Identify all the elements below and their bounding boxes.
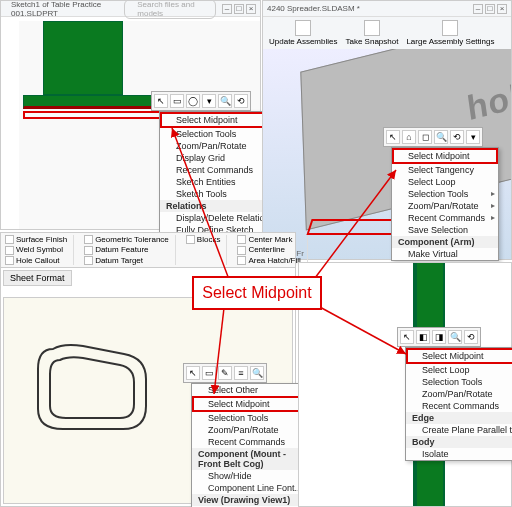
menu-zoom-pan-rotate[interactable]: Zoom/Pan/Rotate	[392, 200, 498, 212]
close-button[interactable]: ×	[246, 4, 256, 14]
area-hatch-button[interactable]: Area Hatch/Fill	[237, 256, 300, 265]
menu-show-hide[interactable]: Show/Hide	[192, 470, 314, 482]
ribbon-group-center: Center Mark Centerline Area Hatch/Fill	[237, 235, 307, 265]
context-menu: Select Other Select Midpoint Selection T…	[191, 383, 315, 507]
menu-section-view: View (Drawing View1)	[192, 494, 314, 506]
box-select-icon[interactable]: ▭	[170, 94, 184, 108]
centerline-button[interactable]: Centerline	[237, 245, 300, 254]
cube-icon[interactable]: ◧	[416, 330, 430, 344]
panel-sketch: Sketch1 of Table Practice 001.SLDPRT Sea…	[0, 0, 261, 230]
update-assemblies-button[interactable]: Update Assemblies	[267, 19, 339, 47]
cursor-icon[interactable]: ↖	[186, 366, 200, 380]
window-buttons: – □ ×	[473, 4, 507, 14]
menu-select-loop[interactable]: Select Loop	[392, 176, 498, 188]
surface-finish-icon	[5, 235, 14, 244]
box-icon[interactable]: ▭	[202, 366, 216, 380]
part-column	[43, 21, 123, 95]
menu-select-midpoint[interactable]: Select Midpoint	[192, 396, 314, 412]
lasso-icon[interactable]: ◯	[186, 94, 200, 108]
filter-icon[interactable]: ▾	[202, 94, 216, 108]
more-icon[interactable]: ▾	[466, 130, 480, 144]
search-box[interactable]: Search files and models	[124, 0, 216, 19]
menu-recent-commands[interactable]: Recent Commands	[192, 436, 314, 448]
zoom-icon[interactable]: 🔍	[448, 330, 462, 344]
orbit-icon[interactable]: ⟲	[464, 330, 478, 344]
menu-selection-tools[interactable]: Selection Tools	[406, 376, 512, 388]
menu-zoom-pan-rotate[interactable]: Zoom/Pan/Rotate	[406, 388, 512, 400]
menu-select-tangency[interactable]: Select Tangency	[392, 164, 498, 176]
take-snapshot-button[interactable]: Take Snapshot	[343, 19, 400, 47]
label: Area Hatch/Fill	[248, 256, 300, 265]
layer-icon[interactable]: ≡	[234, 366, 248, 380]
zoom-icon[interactable]: 🔍	[218, 94, 232, 108]
minimize-button[interactable]: –	[222, 4, 232, 14]
callout-label: Select Midpoint	[192, 276, 322, 310]
iso-icon[interactable]: ◨	[432, 330, 446, 344]
titlebar: Sketch1 of Table Practice 001.SLDPRT Sea…	[1, 1, 260, 17]
maximize-button[interactable]: □	[485, 4, 495, 14]
menu-recent-commands[interactable]: Recent Commands	[392, 212, 498, 224]
maximize-button[interactable]: □	[234, 4, 244, 14]
menu-select-loop[interactable]: Select Loop	[406, 364, 512, 376]
minimize-button[interactable]: –	[473, 4, 483, 14]
ribbon-group-datum: Geometric Tolerance Datum Feature Datum …	[84, 235, 176, 265]
cursor-icon[interactable]: ↖	[400, 330, 414, 344]
menu-section-edge: Edge	[406, 412, 512, 424]
datum-target-button[interactable]: Datum Target	[84, 256, 169, 265]
blocks-icon	[186, 235, 195, 244]
titlebar: 4240 Spreader.SLDASM * – □ ×	[263, 1, 511, 17]
ribbon-group-blocks: Blocks	[186, 235, 228, 265]
menu-selection-tools[interactable]: Selection Tools	[192, 412, 314, 424]
label: Geometric Tolerance	[95, 235, 169, 244]
mate-icon[interactable]: ⌂	[402, 130, 416, 144]
context-menu: Select Midpoint Select Loop Selection To…	[405, 347, 512, 461]
drawing-view	[28, 334, 158, 444]
orbit-icon[interactable]: ⟲	[450, 130, 464, 144]
menu-selection-tools[interactable]: Selection Tools	[392, 188, 498, 200]
label: Take Snapshot	[345, 37, 398, 46]
tolerance-icon	[84, 235, 93, 244]
menu-section-body: Body	[406, 436, 512, 448]
blocks-button[interactable]: Blocks	[186, 235, 221, 244]
menu-select-midpoint[interactable]: Select Midpoint	[392, 148, 498, 164]
zoom-icon[interactable]: 🔍	[250, 366, 264, 380]
weld-symbol-button[interactable]: Weld Symbol	[5, 245, 67, 254]
doc-title: Sketch1 of Table Practice 001.SLDPRT	[11, 0, 118, 18]
paint-icon[interactable]: ✎	[218, 366, 232, 380]
context-icon-toolbar: ↖ ⌂ ◻ 🔍 ⟲ ▾	[383, 127, 483, 147]
menu-make-virtual[interactable]: Make Virtual	[392, 248, 498, 260]
menu-component-line-font[interactable]: Component Line Font...	[192, 482, 314, 494]
label: Datum Target	[95, 256, 143, 265]
label: Datum Feature	[95, 245, 148, 254]
label: Surface Finish	[16, 235, 67, 244]
close-button[interactable]: ×	[497, 4, 507, 14]
cursor-icon[interactable]: ↖	[386, 130, 400, 144]
menu-select-other[interactable]: Select Other	[192, 384, 314, 396]
tab-sheet-format[interactable]: Sheet Format	[3, 270, 72, 286]
surface-finish-button[interactable]: Surface Finish	[5, 235, 67, 244]
menu-isolate[interactable]: Isolate	[406, 448, 512, 460]
orbit-icon[interactable]: ⟲	[234, 94, 248, 108]
label: Large Assembly Settings	[406, 37, 494, 46]
center-mark-button[interactable]: Center Mark	[237, 235, 300, 244]
doc-title: 4240 Spreader.SLDASM *	[267, 4, 360, 13]
geo-tolerance-button[interactable]: Geometric Tolerance	[84, 235, 169, 244]
weld-icon	[5, 246, 14, 255]
hole-callout-button[interactable]: Hole Callout	[5, 256, 67, 265]
zoom-icon[interactable]: 🔍	[434, 130, 448, 144]
menu-select-midpoint[interactable]: Select Midpoint	[406, 348, 512, 364]
menu-create-plane[interactable]: Create Plane Parallel to Screen	[406, 424, 512, 436]
ribbon-group-annotations: Surface Finish Weld Symbol Hole Callout	[5, 235, 74, 265]
hatch-icon	[237, 256, 246, 265]
ribbon: Surface Finish Weld Symbol Hole Callout …	[1, 233, 295, 268]
hide-icon[interactable]: ◻	[418, 130, 432, 144]
menu-section-component: Component (Mount - Front Belt Cog)	[192, 448, 314, 470]
cursor-icon[interactable]: ↖	[154, 94, 168, 108]
menu-save-selection[interactable]: Save Selection	[392, 224, 498, 236]
datum-feature-button[interactable]: Datum Feature	[84, 245, 169, 254]
large-assembly-button[interactable]: Large Assembly Settings	[404, 19, 496, 47]
panel-edge-select: ↖ ◧ ◨ 🔍 ⟲ Select Midpoint Select Loop Se…	[298, 262, 512, 507]
gear-icon	[442, 20, 458, 36]
menu-recent-commands[interactable]: Recent Commands	[406, 400, 512, 412]
menu-zoom-pan-rotate[interactable]: Zoom/Pan/Rotate	[192, 424, 314, 436]
